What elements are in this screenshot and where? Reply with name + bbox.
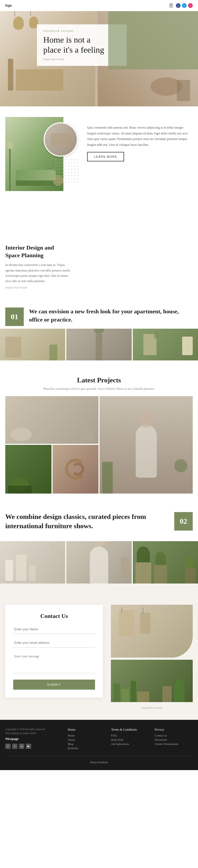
image-grid bbox=[0, 329, 198, 361]
footer-bottom: About Portfolio bbox=[5, 756, 193, 765]
section-2-image-credit: Images from Freepik bbox=[5, 286, 74, 289]
twitter-icon[interactable]: t bbox=[182, 3, 187, 8]
footer-copyright: Copyright © 2018 All rights reserved bbox=[5, 728, 63, 731]
project-image-2 bbox=[100, 396, 193, 494]
contact-email-field[interactable] bbox=[13, 638, 95, 648]
logo: logo bbox=[5, 3, 12, 8]
contact-image-bottom bbox=[111, 660, 193, 702]
combine-image-row bbox=[0, 541, 198, 584]
footer-instagram-icon[interactable]: in bbox=[19, 744, 24, 749]
footer-tagline: This template is made with ♥ bbox=[5, 732, 63, 735]
footer-link-blog[interactable]: Blog bbox=[68, 742, 106, 745]
contact-message-field[interactable] bbox=[13, 652, 95, 673]
instagram-icon[interactable]: in bbox=[188, 3, 193, 8]
learn-more-button[interactable]: LEARN MORE bbox=[87, 152, 124, 161]
number-box-1: 01 bbox=[5, 308, 24, 326]
footer-col-terms-title: Terms & Conditions bbox=[111, 728, 149, 732]
project-image-4 bbox=[52, 445, 99, 494]
social-icons: f t in bbox=[176, 3, 193, 8]
contact-section: Contact Us SUBMIT Image from Freepik bbox=[0, 594, 198, 720]
footer-link-faq[interactable]: FAQ bbox=[111, 734, 149, 737]
nav-right: ☰ f t in bbox=[169, 3, 193, 8]
contact-name-field[interactable] bbox=[13, 625, 95, 634]
footer-link-about[interactable]: About bbox=[68, 738, 106, 741]
number-box-2: 02 bbox=[174, 512, 193, 531]
project-image-1 bbox=[5, 396, 98, 444]
hero-section: INTERIOR STUDIO Home is not a place it's… bbox=[0, 11, 198, 106]
dots-grid: document.currentScript.insertAdjacentHTM… bbox=[55, 159, 82, 184]
dots-decoration: document.currentScript.insertAdjacentHTM… bbox=[55, 159, 82, 186]
section-left: document.currentScript.insertAdjacentHTM… bbox=[5, 117, 74, 289]
footer-col-brand: Copyright © 2018 All rights reserved Thi… bbox=[5, 728, 63, 751]
combine-image-1 bbox=[0, 541, 65, 584]
contact-image-top bbox=[111, 605, 193, 658]
combine-image-2 bbox=[66, 541, 131, 584]
section-2-title: Interior Design and Space Planning bbox=[5, 244, 74, 259]
footer-col-home: Home Home About Blog Portfolio bbox=[68, 728, 106, 751]
projects-heading: Latest Projects bbox=[5, 376, 193, 384]
contact-title: Contact Us bbox=[13, 613, 95, 620]
footer-bottom-about-portfolio[interactable]: About Portfolio bbox=[90, 761, 108, 764]
footer-social-row: f t in ▶ bbox=[5, 744, 63, 749]
footer-col-privacy-title: Privacy bbox=[155, 728, 193, 732]
footer: Copyright © 2018 All rights reserved Thi… bbox=[0, 720, 198, 770]
grid-image-1 bbox=[0, 329, 65, 361]
footer-link-jobs[interactable]: Job Aplications bbox=[111, 742, 149, 745]
combine-section: We combine design classics, curated piec… bbox=[0, 501, 198, 541]
header: logo ☰ f t in bbox=[0, 0, 198, 11]
section-right: Quis commodo odio aenean sed. Risus vive… bbox=[82, 117, 193, 161]
hamburger-menu-icon[interactable]: ☰ bbox=[169, 3, 173, 8]
grid-image-2 bbox=[66, 329, 131, 361]
latest-projects-section: Latest Projects Phasellus scelerisque se… bbox=[0, 368, 198, 501]
footer-col-home-title: Home bbox=[68, 728, 106, 732]
footer-facebook-icon[interactable]: f bbox=[5, 744, 10, 749]
envision-text: We can envision a new fresh look for you… bbox=[29, 308, 193, 324]
section-2-side-text: Quis commodo odio aenean sed. Risus vive… bbox=[87, 125, 193, 148]
combine-title: We combine design classics, curated piec… bbox=[5, 512, 169, 531]
projects-grid bbox=[5, 396, 193, 494]
envision-section: 01 We can envision a new fresh look for … bbox=[0, 300, 198, 329]
contact-image-credit: Image from Freepik bbox=[111, 706, 193, 709]
footer-brand: Nicepage bbox=[5, 737, 63, 741]
contact-form-container: Contact Us SUBMIT bbox=[5, 605, 103, 698]
footer-link-home[interactable]: Home bbox=[68, 734, 106, 737]
project-bottom-left bbox=[5, 445, 98, 494]
combine-image-3 bbox=[133, 541, 198, 584]
footer-twitter-icon[interactable]: t bbox=[12, 744, 17, 749]
footer-bottom-links: About Portfolio bbox=[5, 761, 193, 765]
combine-text-block: We combine design classics, curated piec… bbox=[5, 512, 169, 531]
hero-green-block bbox=[108, 11, 198, 69]
contact-right-images: Image from Freepik bbox=[111, 605, 193, 709]
submit-button[interactable]: SUBMIT bbox=[13, 680, 95, 690]
project-image-3 bbox=[5, 445, 51, 494]
footer-link-portfolio[interactable]: Portfolio bbox=[68, 747, 106, 750]
circle-room-image bbox=[44, 122, 78, 157]
footer-col-terms: Terms & Conditions FAQ Help Desk Job Apl… bbox=[111, 728, 149, 751]
facebook-icon[interactable]: f bbox=[176, 3, 181, 8]
footer-link-help[interactable]: Help Desk bbox=[111, 738, 149, 741]
section-2-body: In dictum non consectetur a erat nam at.… bbox=[5, 262, 74, 284]
footer-link-clients[interactable]: Clients Testimonials bbox=[155, 742, 193, 745]
footer-col-privacy: Privacy Contact us Newsletter Clients Te… bbox=[155, 728, 193, 751]
footer-youtube-icon[interactable]: ▶ bbox=[26, 744, 31, 749]
interior-design-section: document.currentScript.insertAdjacentHTM… bbox=[0, 106, 198, 300]
footer-grid: Copyright © 2018 All rights reserved Thi… bbox=[5, 728, 193, 751]
projects-subtext: Phasellus scelerisque sed leo quis gravi… bbox=[5, 387, 193, 391]
footer-link-contact[interactable]: Contact us bbox=[155, 734, 193, 737]
footer-link-newsletter[interactable]: Newsletter bbox=[155, 738, 193, 741]
grid-image-3 bbox=[133, 329, 198, 361]
